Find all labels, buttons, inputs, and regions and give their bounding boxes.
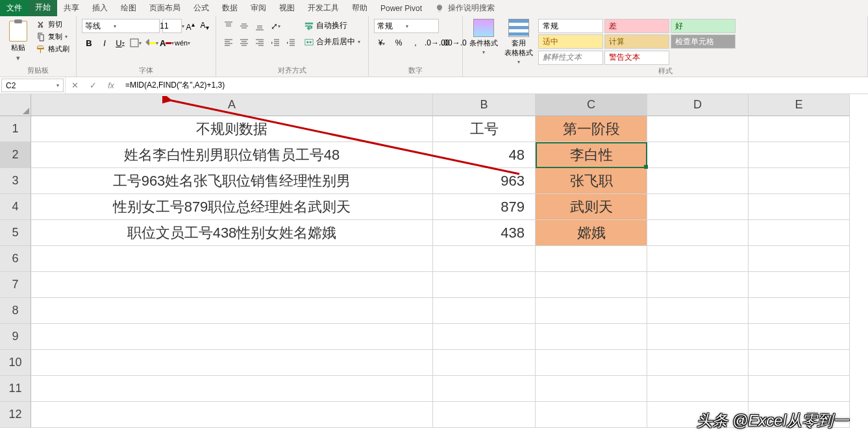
row-header-2[interactable]: 2 [0,142,31,168]
row-header-3[interactable]: 3 [0,168,31,194]
style-normal[interactable]: 常规 [538,19,603,33]
cell-E3[interactable] [749,168,850,194]
cell-B12[interactable] [433,402,536,428]
cell-E9[interactable] [749,324,850,350]
align-right-button[interactable] [253,36,267,50]
row-header-4[interactable]: 4 [0,194,31,220]
tell-me-search[interactable]: 操作说明搜索 [428,0,501,16]
font-color-button[interactable]: A▾ [160,36,174,50]
cell-D8[interactable] [647,298,749,324]
cell-B10[interactable] [433,350,536,376]
menu-tab-insert[interactable]: 插入 [86,0,114,16]
style-check-cell[interactable]: 检查单元格 [671,34,736,49]
cell-A12[interactable] [31,402,433,428]
cell-B11[interactable] [433,376,536,402]
menu-tab-file[interactable]: 文件 [0,0,29,16]
row-header-12[interactable]: 12 [0,402,31,428]
menu-tab-review[interactable]: 审阅 [244,0,273,16]
cell-D5[interactable] [647,220,749,246]
cell-D9[interactable] [647,324,749,350]
menu-tab-draw[interactable]: 绘图 [114,0,143,16]
align-center-button[interactable] [237,36,251,50]
col-header-B[interactable]: B [433,94,536,116]
currency-button[interactable]: ¥▾ [374,36,390,50]
style-explanatory[interactable]: 解释性文本 [538,51,603,65]
cell-A6[interactable] [31,246,433,272]
align-bottom-button[interactable] [253,19,267,33]
cell-A9[interactable] [31,324,433,350]
cell-D7[interactable] [647,272,749,298]
cell-C9[interactable] [536,324,647,350]
row-header-8[interactable]: 8 [0,298,31,324]
cell-C11[interactable] [536,376,647,402]
cell-B6[interactable] [433,246,536,272]
cell-styles-gallery[interactable]: 常规 差 好 适中 计算 检查单元格 解释性文本 警告文本 [538,19,736,65]
italic-button[interactable]: I [97,36,112,50]
paste-button[interactable]: 粘贴 ▾ [5,19,31,64]
number-format-select[interactable]: 常规▾ [374,19,439,33]
row-header-6[interactable]: 6 [0,246,31,272]
merge-center-button[interactable]: 合并后居中▾ [302,35,363,49]
menu-tab-view[interactable]: 视图 [273,0,301,16]
align-left-button[interactable] [221,36,236,50]
cell-A7[interactable] [31,272,433,298]
cell-B3[interactable]: 963 [433,168,536,194]
align-middle-button[interactable] [237,19,251,33]
row-header-1[interactable]: 1 [0,116,31,142]
menu-tab-pagelayout[interactable]: 页面布局 [143,0,187,16]
cell-C4[interactable]: 武则天 [536,194,647,220]
cell-D11[interactable] [647,376,749,402]
cell-D1[interactable] [647,116,749,142]
name-box[interactable]: C2▾ [1,79,64,92]
cell-D3[interactable] [647,168,749,194]
cell-C2[interactable]: 李白性 [536,142,647,168]
col-header-A[interactable]: A [31,94,433,116]
cell-E2[interactable] [749,142,850,168]
cell-A10[interactable] [31,350,433,376]
cell-A3[interactable]: 工号963姓名张飞职位销售经理性别男 [31,168,433,194]
row-header-10[interactable]: 10 [0,350,31,376]
cell-A11[interactable] [31,376,433,402]
decrease-font-button[interactable]: A▾ [199,19,210,33]
decrease-decimal-button[interactable]: .00→.0 [441,36,457,50]
col-header-C[interactable]: C [536,94,647,116]
cell-B7[interactable] [433,272,536,298]
cell-B1[interactable]: 工号 [433,116,536,142]
cell-A8[interactable] [31,298,433,324]
cell-E10[interactable] [749,350,850,376]
increase-decimal-button[interactable]: .0→.00 [425,36,440,50]
cell-C8[interactable] [536,298,647,324]
cell-E4[interactable] [749,194,850,220]
cell-D10[interactable] [647,350,749,376]
font-name-select[interactable]: 等线▾ [82,19,160,33]
menu-tab-home[interactable]: 开始 [29,0,57,16]
cell-E6[interactable] [749,246,850,272]
menu-tab-formulas[interactable]: 公式 [187,0,216,16]
row-header-5[interactable]: 5 [0,220,31,246]
row-header-9[interactable]: 9 [0,324,31,350]
cell-B5[interactable]: 438 [433,220,536,246]
col-header-E[interactable]: E [749,94,850,116]
cell-D6[interactable] [647,246,749,272]
comma-button[interactable]: , [408,36,423,50]
decrease-indent-button[interactable] [268,36,282,50]
insert-function-button[interactable]: fx [102,77,120,93]
phonetic-button[interactable]: wén▾ [175,36,190,50]
style-calculation[interactable]: 计算 [604,34,669,49]
menu-tab-powerpivot[interactable]: Power Pivot [374,0,428,16]
bold-button[interactable]: B [82,36,96,50]
cell-E1[interactable] [749,116,850,142]
copy-button[interactable]: 复制▾ [35,31,71,42]
cell-B8[interactable] [433,298,536,324]
style-neutral[interactable]: 适中 [538,34,603,49]
enter-formula-button[interactable]: ✓ [84,77,102,93]
cut-button[interactable]: 剪切 [35,19,71,30]
cell-B2[interactable]: 48 [433,142,536,168]
row-header-11[interactable]: 11 [0,376,31,402]
menu-tab-help[interactable]: 帮助 [345,0,374,16]
cell-C6[interactable] [536,246,647,272]
format-as-table-button[interactable]: 套用 表格格式▾ [503,19,534,65]
cell-E7[interactable] [749,272,850,298]
style-warning-text[interactable]: 警告文本 [604,51,669,65]
menu-tab-devtools[interactable]: 开发工具 [301,0,345,16]
